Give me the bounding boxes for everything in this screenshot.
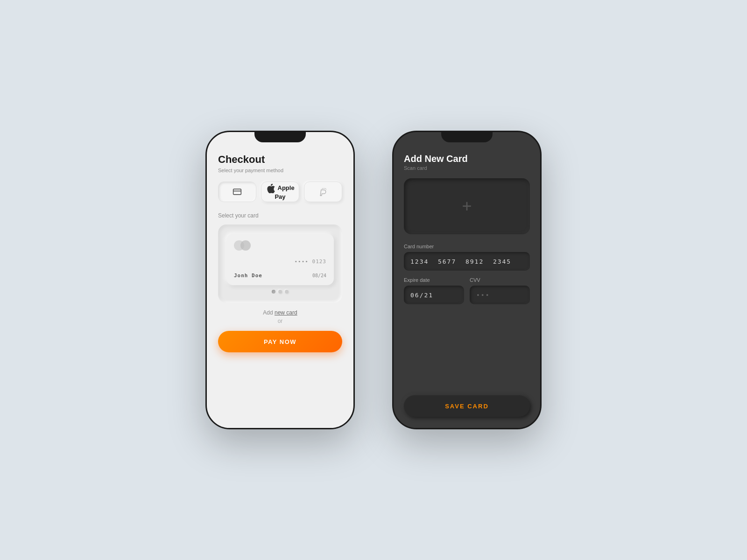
notch-light (254, 132, 306, 142)
card-name: Jonh Doe (234, 273, 262, 279)
pay-now-button[interactable]: PAY NOW (218, 331, 342, 352)
mc-circle-right (240, 240, 251, 251)
cvv-input[interactable] (470, 286, 530, 304)
expire-col: Expire date (404, 277, 464, 304)
add-card-title: Add New Card (404, 154, 530, 164)
payment-applepay-button[interactable]: Apple Pay (261, 182, 299, 202)
checkout-subtitle: Select your payment method (218, 168, 342, 173)
card-visual: •••• 0123 Jonh Doe 08/24 (226, 234, 334, 285)
card-number-label: Card number (404, 244, 530, 249)
card-icon (233, 187, 242, 196)
select-card-label: Select your card (218, 212, 342, 219)
apple-icon (266, 184, 275, 193)
or-text: or (218, 318, 342, 324)
checkout-screen: Checkout Select your payment method Appl… (207, 132, 353, 428)
card-number-input[interactable] (404, 252, 530, 271)
dot-3 (285, 290, 289, 294)
new-card-link[interactable]: new card (275, 309, 297, 316)
dot-2 (278, 290, 282, 294)
scan-card-area[interactable]: + (404, 178, 530, 234)
cvv-col: CVV (470, 277, 530, 304)
dot-1 (272, 290, 275, 294)
card-expiry: 08/24 (312, 273, 326, 278)
card-logo-row (234, 240, 326, 251)
carousel-dots (226, 290, 334, 294)
payment-paypal-button[interactable] (304, 182, 342, 202)
add-card-screen: Add New Card Scan card + Card number Exp… (394, 132, 540, 428)
svg-rect-0 (233, 189, 241, 195)
card-bottom-row: Jonh Doe 08/24 (234, 273, 326, 279)
expire-cvv-row: Expire date CVV (404, 277, 530, 304)
expire-label: Expire date (404, 277, 464, 283)
scan-card-subtitle: Scan card (404, 165, 530, 171)
notch-dark (441, 132, 493, 142)
card-number-display: •••• 0123 (234, 259, 326, 265)
payment-methods-row: Apple Pay (218, 182, 342, 202)
payment-card-button[interactable] (218, 182, 256, 202)
save-card-button[interactable]: SAVE CARD (404, 395, 530, 417)
checkout-phone: Checkout Select your payment method Appl… (205, 131, 355, 429)
plus-icon: + (462, 198, 472, 215)
card-carousel: •••• 0123 Jonh Doe 08/24 (218, 224, 342, 303)
cvv-label: CVV (470, 277, 530, 283)
checkout-title: Checkout (218, 154, 342, 166)
expire-input[interactable] (404, 286, 464, 304)
add-card-phone: Add New Card Scan card + Card number Exp… (392, 131, 542, 429)
add-card-row: Add new card (218, 309, 342, 316)
paypal-icon (318, 187, 328, 196)
applepay-label: Apple Pay (261, 184, 299, 200)
mastercard-icon (234, 240, 251, 251)
